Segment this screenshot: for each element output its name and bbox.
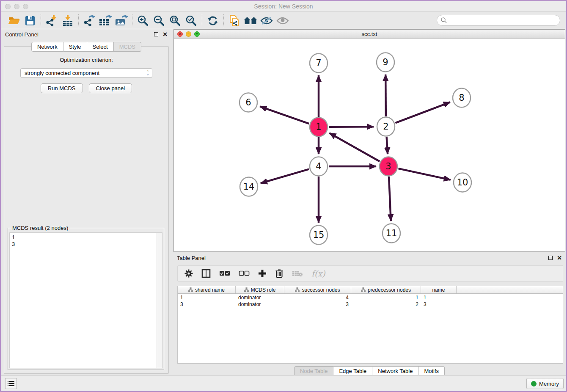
- search-field[interactable]: [437, 15, 560, 26]
- close-table-panel-icon[interactable]: ✕: [557, 256, 562, 260]
- refresh-layout-icon[interactable]: [205, 14, 221, 28]
- main-toolbar: [1, 12, 566, 29]
- tab-select[interactable]: Select: [87, 42, 114, 52]
- float-table-panel-icon[interactable]: [548, 256, 553, 260]
- import-network-icon[interactable]: [44, 14, 60, 28]
- cell-name[interactable]: 3: [421, 301, 457, 308]
- graph-edge-3-10[interactable]: [398, 168, 450, 180]
- cell-mcds-role[interactable]: dominator: [236, 294, 284, 301]
- mcds-result-title: MCDS result (2 nodes): [11, 225, 70, 231]
- open-session-icon[interactable]: [6, 14, 22, 28]
- zoom-selected-icon[interactable]: [183, 14, 199, 28]
- memory-status-icon: [531, 381, 537, 386]
- control-panel-header: Control Panel ✕: [2, 29, 171, 39]
- graph-node-label-9: 9: [383, 57, 388, 67]
- add-column-icon[interactable]: [258, 269, 267, 278]
- tab-mcds[interactable]: MCDS: [114, 42, 141, 52]
- graph-node-label-11: 11: [386, 228, 397, 238]
- table-panel-title: Table Panel: [177, 255, 206, 261]
- cell-mcds-role[interactable]: dominator: [236, 301, 284, 308]
- graph-edge-3-11[interactable]: [389, 177, 391, 221]
- sort-hierarchy-icon: [244, 287, 249, 292]
- column-header-mcds-role[interactable]: MCDS role: [236, 286, 284, 293]
- criterion-value: strongly connected component: [25, 70, 99, 76]
- cell-predecessor-nodes[interactable]: 1: [351, 294, 421, 301]
- export-image-icon[interactable]: [113, 14, 129, 28]
- network-window-title: scc.txt: [174, 31, 565, 37]
- save-session-icon[interactable]: [22, 14, 38, 28]
- run-mcds-button[interactable]: Run MCDS: [41, 83, 83, 93]
- graph-node-label-4: 4: [316, 161, 321, 171]
- table-row[interactable]: 3 dominator 3 2 3: [178, 301, 563, 308]
- mcds-result-area[interactable]: 1 3: [9, 232, 162, 368]
- delete-column-icon[interactable]: [275, 269, 284, 278]
- control-panel-title: Control Panel: [5, 31, 39, 38]
- criterion-select[interactable]: strongly connected component ⌃⌄: [20, 68, 152, 78]
- tab-network[interactable]: Network: [31, 42, 63, 52]
- column-header-shared-name[interactable]: shared name: [178, 286, 236, 293]
- first-neighbors-icon[interactable]: [242, 14, 259, 28]
- result-scrollbar[interactable]: [157, 233, 162, 368]
- memory-label: Memory: [539, 381, 559, 387]
- minimize-view-icon[interactable]: −: [186, 31, 191, 37]
- delete-table-icon[interactable]: [292, 270, 303, 277]
- function-builder-icon[interactable]: f(x): [311, 269, 325, 278]
- graph-node-label-3: 3: [385, 161, 391, 171]
- column-header-predecessor-nodes[interactable]: predecessor nodes: [351, 286, 421, 293]
- zoom-in-icon[interactable]: [135, 14, 151, 28]
- tab-network-table[interactable]: Network Table: [372, 366, 418, 376]
- graph-node-label-6: 6: [245, 97, 251, 108]
- tab-style[interactable]: Style: [63, 42, 87, 52]
- tab-edge-table[interactable]: Edge Table: [333, 366, 372, 376]
- tab-node-table[interactable]: Node Table: [294, 366, 334, 376]
- title-bar: Session: New Session: [1, 1, 566, 12]
- graph-edge-2-3[interactable]: [387, 137, 388, 154]
- zoom-out-icon[interactable]: [151, 14, 167, 28]
- maximize-view-icon[interactable]: +: [194, 31, 200, 37]
- task-history-button[interactable]: [5, 378, 17, 389]
- show-hidden-icon[interactable]: [275, 14, 291, 28]
- cell-shared-name[interactable]: 3: [178, 301, 236, 308]
- float-panel-icon[interactable]: [154, 32, 158, 36]
- graph-edge-1-6[interactable]: [260, 107, 309, 124]
- memory-button[interactable]: Memory: [526, 378, 564, 389]
- search-input[interactable]: [447, 17, 553, 24]
- export-network-icon[interactable]: [81, 14, 97, 28]
- graph-node-label-1: 1: [316, 122, 321, 132]
- status-bar: Memory: [1, 375, 566, 391]
- list-icon: [8, 381, 14, 386]
- cell-successor-nodes[interactable]: 4: [284, 294, 351, 301]
- column-header-successor-nodes[interactable]: successor nodes: [284, 286, 351, 293]
- graph-edge-1-2[interactable]: [329, 127, 374, 127]
- close-panel-icon[interactable]: ✕: [162, 32, 168, 36]
- graph-edge-2-9[interactable]: [385, 75, 386, 116]
- graph-edge-2-8[interactable]: [395, 102, 450, 123]
- deselect-all-icon[interactable]: [239, 271, 250, 276]
- table-panel-header: Table Panel ✕: [173, 253, 565, 263]
- import-table-icon[interactable]: [60, 14, 76, 28]
- network-canvas[interactable]: 7968124314101511: [174, 39, 565, 251]
- gear-icon[interactable]: [184, 269, 193, 278]
- column-layout-icon[interactable]: [201, 269, 211, 278]
- zoom-fit-icon[interactable]: [167, 14, 183, 28]
- cell-predecessor-nodes[interactable]: 2: [351, 301, 421, 308]
- clone-network-icon[interactable]: [226, 14, 242, 28]
- close-panel-button[interactable]: Close panel: [89, 83, 132, 93]
- select-all-icon[interactable]: [219, 271, 230, 276]
- table-row[interactable]: 1 dominator 4 1 1: [178, 294, 563, 301]
- hide-selected-icon[interactable]: [259, 14, 275, 28]
- cell-shared-name[interactable]: 1: [178, 294, 236, 301]
- toolbar-separator: [223, 14, 224, 27]
- close-view-icon[interactable]: ✕: [177, 31, 183, 37]
- graph-node-label-10: 10: [457, 177, 468, 188]
- export-table-icon[interactable]: [97, 14, 113, 28]
- column-header-name[interactable]: name: [421, 286, 457, 293]
- graph-edge-4-14[interactable]: [261, 169, 309, 183]
- optimization-criterion-label: Optimization criterion:: [4, 57, 168, 63]
- application-window: Session: New Session: [0, 0, 567, 392]
- tab-motifs[interactable]: Motifs: [418, 366, 445, 376]
- graph-edge-3-1[interactable]: [329, 133, 380, 161]
- cell-successor-nodes[interactable]: 3: [284, 301, 351, 308]
- cell-name[interactable]: 1: [421, 294, 457, 301]
- control-panel: Control Panel ✕ Network Style Select MCD…: [2, 29, 171, 375]
